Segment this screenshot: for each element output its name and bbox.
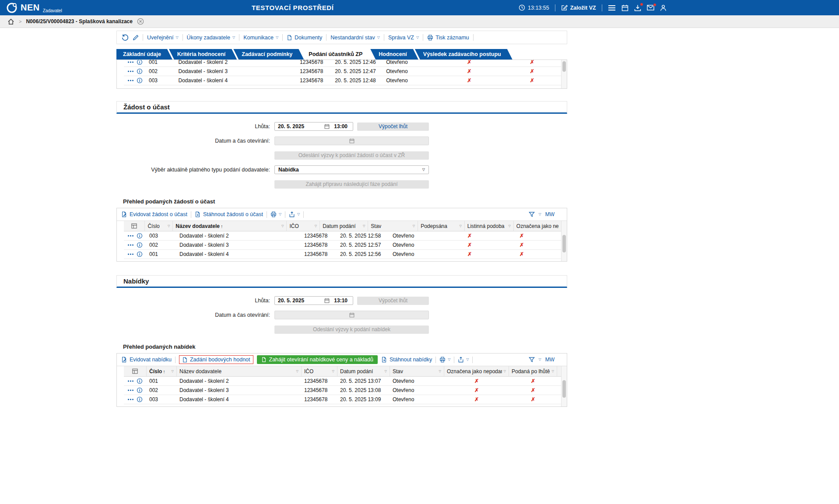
zahajit-otevirani-button[interactable]: Zahájit otevírání nabídkové ceny a nákla… <box>257 355 378 364</box>
menu-uverejneni[interactable]: Uveřejnění▽ <box>147 35 179 41</box>
info-icon[interactable] <box>137 251 143 257</box>
row-menu-icon[interactable] <box>127 244 134 246</box>
header-nazev[interactable]: Název dodavatele▽ <box>177 366 302 376</box>
info-icon[interactable] <box>137 387 143 393</box>
header-stav[interactable]: Stav▽ <box>368 221 418 231</box>
header-stav[interactable]: Stav▽ <box>390 366 444 376</box>
table-row[interactable]: 002 Dodavatel - školení 3 12345678 20. 5… <box>124 241 562 250</box>
calendar-button[interactable] <box>621 4 628 11</box>
grid-settings-icon[interactable] <box>124 221 145 231</box>
info-icon[interactable] <box>137 242 143 248</box>
info-icon[interactable] <box>137 68 143 74</box>
zadani-bodovych-hodnot-link[interactable]: Zadání bodových hodnot <box>179 355 253 364</box>
stahnout-nabidky-link[interactable]: Stáhnout nabídky <box>381 357 432 363</box>
tab-zakladni-udaje[interactable]: Základní údaje <box>116 49 172 60</box>
vertical-scrollbar[interactable] <box>561 221 567 261</box>
edit-pencil-icon[interactable] <box>133 35 139 41</box>
info-icon[interactable] <box>137 378 143 384</box>
menu-button[interactable] <box>608 5 616 11</box>
time-value[interactable]: 13:00 <box>330 123 353 130</box>
table-row[interactable]: 001 Dodavatel - školení 2 12345678 20. 5… <box>124 60 562 67</box>
evidovat-nabidku-link[interactable]: Evidovat nabídku <box>121 357 172 363</box>
row-menu-icon[interactable] <box>127 253 134 256</box>
tab-hodnoceni[interactable]: Hodnocení <box>370 49 418 60</box>
mw-toggle[interactable]: MW <box>545 211 555 217</box>
lhuta-datetime-input[interactable]: 20. 5. 2025 13:00 <box>274 122 353 131</box>
row-menu-icon[interactable] <box>127 61 134 63</box>
menu-dokumenty[interactable]: Dokumenty <box>287 35 322 41</box>
mw-toggle[interactable]: MW <box>545 357 555 363</box>
table-row[interactable]: 001 Dodavatel - školení 2 12345678 20. 5… <box>124 377 562 386</box>
menu-tisk-zaznamu[interactable]: Tisk záznamu <box>427 35 469 41</box>
info-icon[interactable] <box>137 77 143 84</box>
header-ico[interactable]: IČO▽ <box>287 221 320 231</box>
menu-nestandardni-stav[interactable]: Nestandardní stav▽ <box>330 35 380 41</box>
filter-icon[interactable] <box>529 211 535 217</box>
filter-icon[interactable] <box>529 357 535 363</box>
downloads-button[interactable] <box>634 4 641 11</box>
header-oznacena[interactable]: Označena jako nepodaná <box>514 221 562 231</box>
create-vz-button[interactable]: Založit VZ <box>561 4 596 11</box>
row-menu-icon[interactable] <box>127 389 134 392</box>
menu-komunikace[interactable]: Komunikace▽ <box>243 35 278 41</box>
table-row[interactable]: 001 Dodavatel - školení 4 12345678 20. 5… <box>124 250 562 259</box>
info-icon[interactable] <box>137 396 143 402</box>
table-row[interactable]: 003 Dodavatel - školení 2 12345678 20. 5… <box>124 231 562 241</box>
dropdown-caret-icon[interactable]: ▽ <box>539 213 541 216</box>
row-menu-icon[interactable] <box>127 234 134 237</box>
vertical-scrollbar[interactable] <box>561 366 567 406</box>
header-ico[interactable]: IČO▽ <box>302 366 337 376</box>
menu-sprava-vz[interactable]: Správa VZ▽ <box>388 35 419 41</box>
tab-zadavaci-podminky[interactable]: Zadávací podmínky <box>233 49 304 60</box>
export-grid-button[interactable]: ▽ <box>458 357 469 363</box>
info-icon[interactable] <box>137 60 143 65</box>
header-nazev[interactable]: Název dodavatele↑▽ <box>173 221 287 231</box>
menu-ukony-zadavatele[interactable]: Úkony zadavatele▽ <box>187 35 235 41</box>
vertical-scrollbar[interactable] <box>561 60 567 88</box>
scrollbar-thumb[interactable] <box>562 235 566 252</box>
breadcrumb-record[interactable]: N006/25/V00004823 - Splašková kanalizace <box>26 18 133 24</box>
header-oznacena[interactable]: Označena jako nepodaná▽ <box>444 366 509 376</box>
close-record-icon[interactable] <box>137 18 144 25</box>
header-cislo[interactable]: Číslo↑▽ <box>147 366 177 376</box>
typ-podani-select[interactable]: Nabídka ▽ <box>274 165 429 174</box>
row-menu-icon[interactable] <box>127 70 134 73</box>
scrollbar-thumb[interactable] <box>562 61 566 72</box>
table-row[interactable]: 002 Dodavatel - školení 3 12345678 20. 5… <box>124 67 562 76</box>
user-profile-button[interactable] <box>660 4 667 11</box>
tab-kriteria-hodnoceni[interactable]: Kritéria hodnocení <box>169 49 237 60</box>
row-menu-icon[interactable] <box>127 380 134 382</box>
calendar-icon[interactable] <box>324 298 330 303</box>
grid-settings-icon[interactable] <box>124 366 147 376</box>
table-row[interactable]: 003 Dodavatel - školení 4 12345678 20. 5… <box>124 76 562 85</box>
date-value[interactable]: 20. 5. 2025 <box>275 123 324 130</box>
tab-podani-ucastniku[interactable]: Podání účastníků ZP <box>300 49 374 60</box>
messages-button[interactable] <box>647 5 654 10</box>
nen-brand[interactable]: NEN Zadavatel <box>6 0 62 15</box>
header-listinna[interactable]: Listinná podoba▽ <box>465 221 514 231</box>
header-datum[interactable]: Datum podání▽ <box>320 221 368 231</box>
vypocet-lhut-button[interactable]: Výpočet lhůt <box>357 122 429 131</box>
row-menu-icon[interactable] <box>127 79 134 82</box>
tab-vysledek[interactable]: Výsledek zadávacího postupu <box>415 49 513 60</box>
dropdown-caret-icon[interactable]: ▽ <box>539 358 541 361</box>
header-cislo[interactable]: Číslo▽ <box>145 221 173 231</box>
print-grid-button[interactable]: ▽ <box>439 357 450 363</box>
date-value[interactable]: 20. 5. 2025 <box>275 298 324 304</box>
row-menu-icon[interactable] <box>127 398 134 401</box>
header-podana-po-lhute[interactable]: Podaná po lhůtě▽ <box>509 366 557 376</box>
header-podepsana[interactable]: Podepsána▽ <box>418 221 465 231</box>
info-icon[interactable] <box>137 233 143 239</box>
stahnout-zadosti-link[interactable]: Stáhnout žádosti o účast <box>195 211 263 217</box>
home-icon[interactable] <box>7 18 14 25</box>
calendar-icon[interactable] <box>324 124 330 129</box>
lhuta-datetime-input[interactable]: 20. 5. 2025 13:10 <box>274 296 353 305</box>
evidovat-zadost-link[interactable]: Evidovat žádost o účast <box>121 211 187 217</box>
history-icon[interactable] <box>122 34 129 41</box>
print-grid-button[interactable]: ▽ <box>270 211 281 217</box>
scrollbar-thumb[interactable] <box>562 380 566 398</box>
header-datum[interactable]: Datum podání▽ <box>337 366 390 376</box>
time-value[interactable]: 13:10 <box>330 298 353 304</box>
table-row[interactable]: 002 Dodavatel - školení 3 12345678 20. 5… <box>124 386 562 395</box>
export-grid-button[interactable]: ▽ <box>289 211 300 217</box>
